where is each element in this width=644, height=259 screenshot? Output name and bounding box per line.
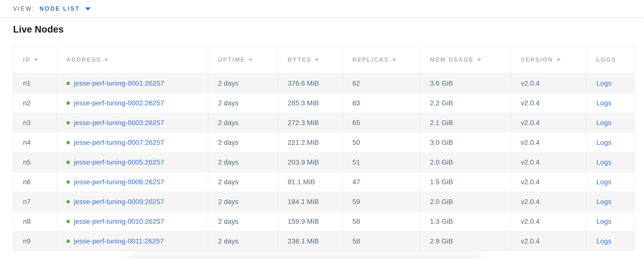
- cell-bytes: 81.1 MiB: [278, 172, 342, 192]
- cell-logs: Logs: [586, 73, 634, 93]
- cell-bytes: 184.1 MiB: [278, 192, 342, 212]
- column-header-replicas[interactable]: REPLICAS: [342, 46, 420, 73]
- cell-id: n9: [13, 231, 56, 251]
- node-live-status-icon: [66, 180, 70, 184]
- node-logs-link[interactable]: Logs: [596, 158, 612, 166]
- chevron-down-icon: [85, 7, 90, 10]
- node-row-n9: n9jesse-perf-tuning-0011:262572 days236.…: [13, 231, 634, 251]
- sort-caret-icon: [392, 59, 396, 61]
- node-address-link[interactable]: jesse-perf-tuning-0005:26257: [74, 158, 164, 166]
- cell-version: v2.0.4: [511, 73, 586, 93]
- cell-bytes: 285.3 MiB: [278, 93, 342, 113]
- view-dropdown[interactable]: NODE LIST: [40, 5, 90, 12]
- cell-address: jesse-perf-tuning-0011:26257: [56, 231, 208, 251]
- cell-version: v2.0.4: [511, 212, 586, 231]
- cell-version: v2.0.4: [511, 172, 586, 192]
- node-logs-link[interactable]: Logs: [596, 99, 612, 107]
- node-live-status-icon: [66, 141, 70, 144]
- column-header-version[interactable]: VERSION: [511, 46, 586, 73]
- node-logs-link[interactable]: Logs: [596, 237, 612, 245]
- node-logs-link[interactable]: Logs: [596, 198, 612, 206]
- column-header-bytes[interactable]: BYTES: [278, 46, 342, 73]
- node-logs-link[interactable]: Logs: [596, 139, 612, 146]
- node-logs-link[interactable]: Logs: [596, 79, 612, 87]
- cell-mem_usage: 3.6 GiB: [420, 73, 511, 93]
- node-row-n1: n1jesse-perf-tuning-0001:262572 days376.…: [13, 73, 634, 93]
- column-header-mem_usage[interactable]: MEM USAGE: [420, 46, 511, 73]
- node-row-n4: n4jesse-perf-tuning-0007:262572 days221.…: [13, 133, 634, 152]
- node-live-status-icon: [66, 240, 70, 243]
- column-header-uptime[interactable]: UPTIME: [208, 46, 278, 73]
- node-address-link[interactable]: jesse-perf-tuning-0011:26257: [74, 237, 164, 245]
- node-live-status-icon: [66, 121, 70, 125]
- cell-bytes: 159.9 MiB: [278, 212, 342, 231]
- cell-logs: Logs: [586, 212, 634, 231]
- column-header-label: LOGS: [596, 56, 616, 63]
- cell-mem_usage: 2.9 GiB: [420, 231, 511, 251]
- cell-uptime: 2 days: [208, 212, 278, 231]
- node-address-link[interactable]: jesse-perf-tuning-0002:26257: [74, 99, 164, 107]
- node-address-link[interactable]: jesse-perf-tuning-0003:26257: [74, 119, 164, 127]
- node-address-link[interactable]: jesse-perf-tuning-0010:26257: [74, 218, 164, 225]
- cell-mem_usage: 1.3 GiB: [420, 212, 511, 231]
- node-logs-link[interactable]: Logs: [596, 218, 612, 225]
- cell-version: v2.0.4: [511, 231, 586, 251]
- node-address-link[interactable]: jesse-perf-tuning-0006:26257: [74, 178, 164, 186]
- cell-mem_usage: 2.0 GiB: [420, 152, 511, 172]
- cell-bytes: 272.3 MiB: [278, 113, 342, 133]
- live-nodes-table: IDADDRESSUPTIMEBYTESREPLICASMEM USAGEVER…: [13, 46, 634, 251]
- cell-replicas: 51: [342, 152, 420, 172]
- column-header-id[interactable]: ID: [13, 46, 56, 73]
- cell-mem_usage: 2.2 GiB: [420, 93, 511, 113]
- view-selector-bar: VIEW: NODE LIST: [0, 0, 644, 17]
- view-dropdown-value[interactable]: NODE LIST: [40, 5, 80, 12]
- cell-uptime: 2 days: [208, 231, 278, 251]
- cell-address: jesse-perf-tuning-0009:26257: [56, 192, 208, 212]
- column-header-label: UPTIME: [218, 56, 246, 63]
- cell-replicas: 50: [342, 133, 420, 152]
- cell-mem_usage: 2.0 GiB: [420, 192, 511, 212]
- node-live-status-icon: [66, 82, 70, 85]
- cell-version: v2.0.4: [511, 192, 586, 212]
- cell-version: v2.0.4: [511, 133, 586, 152]
- cell-logs: Logs: [586, 231, 634, 251]
- node-live-status-icon: [66, 101, 70, 105]
- cell-bytes: 203.9 MiB: [278, 152, 342, 172]
- column-header-label: ADDRESS: [66, 56, 101, 63]
- column-header-label: MEM USAGE: [430, 56, 474, 63]
- node-row-n6: n6jesse-perf-tuning-0006:262572 days81.1…: [13, 172, 634, 192]
- cell-id: n5: [13, 152, 56, 172]
- node-logs-link[interactable]: Logs: [596, 178, 612, 186]
- cell-logs: Logs: [586, 93, 634, 113]
- node-address-link[interactable]: jesse-perf-tuning-0009:26257: [74, 198, 164, 206]
- cell-address: jesse-perf-tuning-0006:26257: [56, 172, 208, 192]
- cell-logs: Logs: [586, 113, 634, 133]
- sort-caret-icon: [104, 59, 108, 61]
- node-address-link[interactable]: jesse-perf-tuning-0001:26257: [74, 79, 164, 87]
- cell-id: n6: [13, 172, 56, 192]
- cell-uptime: 2 days: [208, 73, 278, 93]
- cell-id: n7: [13, 192, 56, 212]
- node-row-n2: n2jesse-perf-tuning-0002:262572 days285.…: [13, 93, 634, 113]
- cell-id: n1: [13, 73, 56, 93]
- cell-bytes: 221.2 MiB: [278, 133, 342, 152]
- node-logs-link[interactable]: Logs: [596, 119, 612, 127]
- node-live-status-icon: [66, 200, 70, 204]
- cell-bytes: 376.6 MiB: [278, 73, 342, 93]
- node-live-status-icon: [66, 220, 70, 223]
- cell-logs: Logs: [586, 172, 634, 192]
- cell-logs: Logs: [586, 192, 634, 212]
- cell-logs: Logs: [586, 152, 634, 172]
- cell-version: v2.0.4: [511, 93, 586, 113]
- column-header-address[interactable]: ADDRESS: [56, 46, 208, 73]
- node-address-link[interactable]: jesse-perf-tuning-0007:26257: [74, 139, 164, 146]
- column-header-logs: LOGS: [586, 46, 634, 73]
- cell-replicas: 59: [342, 192, 420, 212]
- sort-caret-icon: [34, 59, 38, 61]
- live-nodes-section: IDADDRESSUPTIMEBYTESREPLICASMEM USAGEVER…: [13, 46, 644, 251]
- table-header-row: IDADDRESSUPTIMEBYTESREPLICASMEM USAGEVER…: [13, 46, 634, 73]
- cell-replicas: 47: [342, 172, 420, 192]
- cell-id: n4: [13, 133, 56, 152]
- cell-id: n2: [13, 93, 56, 113]
- cell-address: jesse-perf-tuning-0010:26257: [56, 212, 208, 231]
